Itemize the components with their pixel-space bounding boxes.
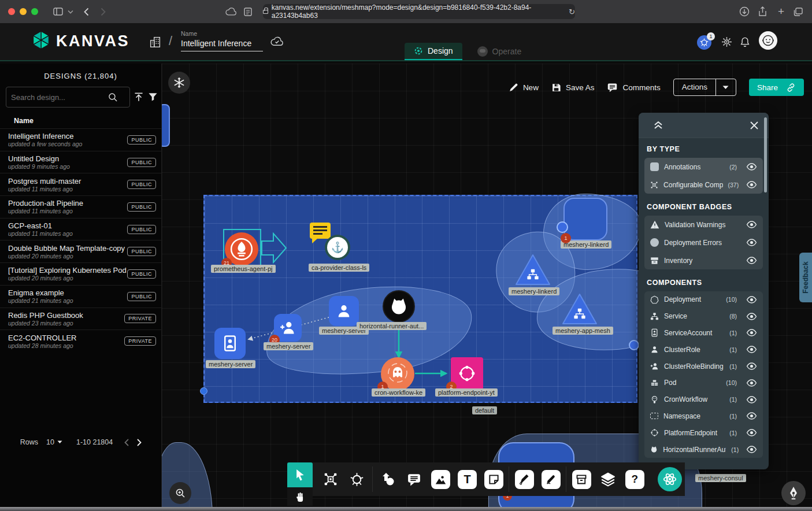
visibility-eye-icon[interactable] bbox=[744, 181, 757, 188]
node-platform-endpoint[interactable]: 2 bbox=[451, 357, 483, 390]
collapse-panel-icon[interactable] bbox=[654, 121, 663, 129]
zoom-button[interactable] bbox=[169, 482, 191, 504]
tab-operate[interactable]: Operate bbox=[468, 43, 531, 60]
share-icon[interactable] bbox=[758, 6, 767, 17]
downloads-icon[interactable] bbox=[739, 6, 750, 17]
selection-handle[interactable] bbox=[200, 387, 207, 395]
freehand-pencil-tool[interactable] bbox=[537, 470, 564, 489]
tabs-overview-icon[interactable] bbox=[794, 8, 803, 16]
design-row[interactable]: [Tutorial] Exploring Kubernetes Podupdat… bbox=[0, 262, 162, 285]
visibility-eye-icon[interactable] bbox=[742, 221, 757, 228]
annotate-pen-button[interactable] bbox=[781, 481, 806, 505]
badge-row[interactable]: Inventory bbox=[644, 251, 763, 269]
design-row[interactable]: Intelligent Inferenceupdated a few secon… bbox=[0, 128, 162, 151]
node-linkerd-deployment[interactable] bbox=[563, 198, 607, 240]
node-linkerd-service[interactable] bbox=[514, 253, 551, 287]
shapes-tool[interactable] bbox=[375, 472, 401, 487]
component-row[interactable]: Deployment(10) bbox=[644, 291, 763, 308]
visibility-eye-icon[interactable] bbox=[742, 313, 757, 320]
organization-icon[interactable] bbox=[149, 36, 161, 48]
kubernetes-tool[interactable] bbox=[344, 472, 370, 487]
visibility-eye-icon[interactable] bbox=[742, 329, 757, 336]
freeze-layout-button[interactable] bbox=[168, 72, 190, 94]
rows-per-page-select[interactable]: 10 bbox=[46, 438, 62, 446]
notifications-bell-icon[interactable] bbox=[740, 36, 750, 47]
visibility-eye-icon[interactable] bbox=[742, 396, 757, 403]
actions-button[interactable]: Actions bbox=[674, 79, 716, 95]
filter-icon[interactable] bbox=[148, 92, 158, 102]
next-page-button[interactable] bbox=[137, 439, 142, 446]
design-row[interactable]: EC2-CONTROLLERupdated 28 minutes agoPRIV… bbox=[0, 329, 162, 352]
node-serviceaccount[interactable] bbox=[214, 328, 246, 359]
node-cron-workflow[interactable]: 1 bbox=[381, 357, 414, 391]
reload-icon[interactable]: ↻ bbox=[569, 8, 575, 16]
visibility-eye-icon[interactable] bbox=[742, 362, 757, 370]
layers-tool[interactable] bbox=[595, 472, 621, 487]
visibility-eye-icon[interactable] bbox=[742, 239, 757, 246]
design-row[interactable]: Double Bubble Map Template-copyupdated 2… bbox=[0, 240, 162, 262]
component-row[interactable]: PlatformEndpoint(1) bbox=[644, 424, 763, 441]
settings-gear-icon[interactable] bbox=[721, 36, 732, 47]
node-clusterrole[interactable] bbox=[329, 296, 359, 326]
visibility-eye-icon[interactable] bbox=[742, 379, 757, 387]
node-horizontal-runner[interactable] bbox=[383, 290, 415, 323]
node-clusterrolebinding[interactable]: 20 bbox=[274, 314, 302, 342]
maximize-window-button[interactable] bbox=[31, 8, 38, 15]
component-row[interactable]: Pod(10) bbox=[644, 375, 763, 391]
share-button[interactable]: Share bbox=[749, 79, 804, 96]
design-row[interactable]: Redis PHP Guestbookupdated 23 minutes ag… bbox=[0, 308, 162, 330]
column-header-name[interactable]: Name bbox=[14, 117, 34, 125]
feedback-tab[interactable]: Feedback bbox=[799, 253, 812, 302]
badge-row[interactable]: Deployment Errors bbox=[644, 234, 763, 251]
sidebar-toggle-icon[interactable] bbox=[53, 8, 63, 16]
new-design-button[interactable]: New bbox=[509, 83, 539, 92]
forward-button[interactable] bbox=[101, 8, 106, 16]
comments-button[interactable]: Comments bbox=[607, 83, 660, 92]
component-row[interactable]: ClusterRoleBinding(1) bbox=[644, 358, 763, 375]
url-bar[interactable]: kanvas.new/extension/meshmap?mode=design… bbox=[263, 4, 575, 19]
minimize-window-button[interactable] bbox=[20, 8, 27, 15]
saved-elements-tool[interactable] bbox=[568, 470, 595, 489]
visibility-eye-icon[interactable] bbox=[742, 412, 757, 420]
design-row[interactable]: Postgres multi-masterupdated 11 minutes … bbox=[0, 173, 162, 195]
visibility-eye-icon[interactable] bbox=[744, 446, 757, 453]
badge-row[interactable]: Validation Warnings bbox=[644, 216, 763, 234]
component-row[interactable]: Service(8) bbox=[644, 308, 763, 325]
chevron-down-icon[interactable] bbox=[68, 10, 73, 14]
by-type-row[interactable]: Configurable Compon (37) bbox=[644, 176, 763, 194]
new-tab-icon[interactable]: + bbox=[778, 5, 784, 18]
comment-annotation-icon[interactable] bbox=[310, 223, 331, 239]
components-library-tool[interactable] bbox=[317, 472, 344, 487]
by-type-row[interactable]: Annotations (2) bbox=[644, 158, 763, 176]
component-row[interactable]: ClusterRole(1) bbox=[644, 341, 763, 358]
node-small-circle[interactable] bbox=[629, 340, 639, 350]
visibility-eye-icon[interactable] bbox=[742, 163, 757, 171]
component-row[interactable]: Namespace(1) bbox=[644, 408, 763, 425]
node-ca-provider[interactable]: ⚓ bbox=[325, 235, 350, 260]
close-window-button[interactable] bbox=[8, 8, 15, 15]
k8s-context-switcher[interactable]: 1 bbox=[697, 34, 713, 50]
edge-pen-tool[interactable] bbox=[511, 470, 537, 489]
design-row[interactable]: GCP-east-01updated 11 minutes agoPUBLIC bbox=[0, 218, 162, 240]
select-tool-button[interactable] bbox=[287, 462, 313, 487]
visibility-eye-icon[interactable] bbox=[742, 346, 757, 353]
prev-page-button[interactable] bbox=[124, 439, 129, 446]
design-name-input[interactable] bbox=[181, 37, 263, 51]
traffic-lights[interactable] bbox=[8, 8, 43, 15]
user-avatar[interactable] bbox=[759, 31, 777, 50]
text-tool[interactable]: T bbox=[454, 470, 481, 489]
icloud-icon[interactable] bbox=[225, 8, 237, 16]
search-icon[interactable] bbox=[108, 92, 118, 102]
url-text[interactable]: kanvas.new/extension/meshmap?mode=design… bbox=[272, 3, 565, 20]
design-search-input[interactable] bbox=[11, 93, 108, 102]
design-row[interactable]: Untitled Designupdated 9 minutes agoPUBL… bbox=[0, 151, 162, 173]
image-tool[interactable] bbox=[428, 470, 454, 489]
arrow-shape-annotation[interactable] bbox=[261, 232, 287, 264]
actions-dropdown-caret[interactable] bbox=[716, 86, 736, 90]
node-prometheus[interactable]: 21 bbox=[225, 232, 258, 266]
visibility-eye-icon[interactable] bbox=[742, 257, 757, 264]
meshery-extension-button[interactable] bbox=[655, 467, 685, 491]
tab-design[interactable]: Design bbox=[405, 43, 462, 60]
back-button[interactable] bbox=[84, 8, 89, 16]
visibility-eye-icon[interactable] bbox=[742, 429, 757, 436]
